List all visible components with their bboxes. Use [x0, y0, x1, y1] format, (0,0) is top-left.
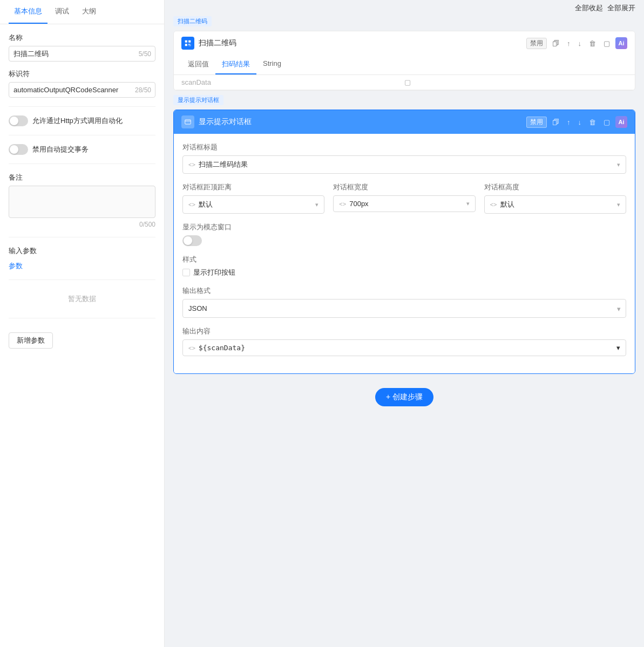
style-row: 样式 显示打印按钮: [182, 255, 626, 277]
tab-bar: 基本信息 调试 大纲: [0, 0, 164, 24]
output-format-row: 输出格式 JSON Text ▾: [182, 286, 626, 318]
chevron-down-icon-1: ▾: [617, 161, 620, 168]
right-content: 扫描二维码 扫描二维码 禁用 🗍 ↑ ↓ 🗑 ▢ Ai 返回值: [165, 16, 644, 647]
step2-ai-badge[interactable]: Ai: [615, 116, 627, 128]
divider-4: [9, 237, 155, 237]
width-select[interactable]: <> 700px ▾: [333, 195, 475, 212]
http-toggle[interactable]: [9, 115, 28, 126]
step1-tab-scan-result[interactable]: 扫码结果: [215, 55, 256, 74]
step2-file-btn[interactable]: 🗍: [550, 117, 561, 127]
output-format-select[interactable]: JSON Text: [182, 299, 626, 318]
divider-3: [9, 164, 155, 164]
tab-debug[interactable]: 调试: [50, 0, 74, 24]
step1-down-btn[interactable]: ↓: [576, 38, 584, 49]
param-title: 输入参数: [9, 246, 155, 256]
step1-title: 扫描二维码: [199, 38, 526, 48]
modal-row: 显示为模态窗口: [182, 222, 626, 246]
name-input[interactable]: [9, 46, 155, 62]
step2-up-btn[interactable]: ↑: [565, 117, 573, 127]
step2-card: 显示提示对话框 禁用 🗍 ↑ ↓ 🗑 ▢ Ai 对话框标题 <>: [173, 110, 635, 374]
print-btn-label: 显示打印按钮: [193, 268, 235, 277]
id-input-row: 28/50: [9, 82, 155, 98]
id-label: 标识符: [9, 69, 155, 79]
create-step-button[interactable]: + 创建步骤: [375, 388, 433, 406]
step1-tab-return[interactable]: 返回值: [181, 55, 215, 74]
output-content-value: ${scanData}: [199, 344, 616, 352]
output-content-field[interactable]: <> ${scanData} ▾: [182, 339, 626, 356]
svg-rect-0: [185, 40, 187, 43]
dimensions-row: 对话框距顶距离 <> 默认 ▾ 对话框宽度 <> 700px: [182, 182, 626, 214]
step2-header: 显示提示对话框 禁用 🗍 ↑ ↓ 🗑 ▢ Ai: [174, 110, 635, 134]
svg-rect-4: [191, 44, 191, 46]
dialog-title-label: 对话框标题: [182, 142, 626, 152]
tab-outline[interactable]: 大纲: [77, 0, 101, 24]
step2-down-btn[interactable]: ↓: [576, 117, 584, 127]
output-format-wrapper: JSON Text ▾: [182, 299, 626, 318]
print-btn-row: 显示打印按钮: [182, 268, 626, 277]
name-input-row: 5/50: [9, 46, 155, 62]
step2-title: 显示提示对话框: [199, 117, 526, 127]
left-content: 名称 5/50 标识符 28/50 允许通过Http方式调用自动化 禁用自动提交…: [0, 24, 164, 647]
step2-tag: 显示提示对话框: [173, 95, 223, 105]
chevron-down-icon-3: ▾: [466, 200, 470, 207]
top-distance-select[interactable]: <> 默认 ▾: [182, 195, 324, 214]
step1-header: 扫描二维码 禁用 🗍 ↑ ↓ 🗑 ▢ Ai: [174, 31, 635, 55]
output-format-label: 输出格式: [182, 286, 626, 296]
step1-copy-icon[interactable]: ▢: [404, 78, 627, 86]
step1-tag: 扫描二维码: [173, 16, 212, 26]
svg-rect-5: [188, 46, 191, 46]
divider-2: [9, 135, 155, 135]
step1-tab-bar: 返回值 扫码结果 String: [174, 55, 635, 75]
svg-rect-2: [185, 44, 187, 46]
note-counter: 0/500: [9, 221, 155, 228]
auto-submit-toggle[interactable]: [9, 144, 28, 155]
note-label: 备注: [9, 173, 155, 182]
dialog-title-value: 扫描二维码结果: [199, 160, 617, 169]
divider-5: [9, 280, 155, 280]
svg-rect-1: [188, 40, 191, 43]
height-label: 对话框高度: [484, 182, 626, 192]
output-content-row: 输出内容 <> ${scanData} ▾: [182, 326, 626, 356]
dialog-title-select[interactable]: <> 扫描二维码结果 ▾: [182, 155, 626, 174]
height-value: 默认: [500, 200, 617, 209]
code-icon-4: <>: [490, 201, 497, 208]
code-icon-1: <>: [188, 161, 195, 168]
print-btn-checkbox[interactable]: [182, 269, 190, 276]
height-col: 对话框高度 <> 默认 ▾: [484, 182, 626, 214]
step1-card: 扫描二维码 禁用 🗍 ↑ ↓ 🗑 ▢ Ai 返回值 扫码结果 String sc…: [173, 31, 635, 91]
step1-copy-btn[interactable]: ▢: [601, 38, 612, 49]
top-distance-label: 对话框距顶距离: [182, 182, 324, 192]
width-col: 对话框宽度 <> 700px ▾: [333, 182, 475, 214]
step2-disable-badge[interactable]: 禁用: [526, 117, 547, 128]
id-input[interactable]: [9, 82, 155, 98]
http-label: 允许通过Http方式调用自动化: [32, 116, 123, 126]
step1-tab-string[interactable]: String: [256, 55, 288, 74]
collapse-all-button[interactable]: 全部收起: [575, 3, 603, 13]
chevron-down-icon-6: ▾: [616, 344, 620, 352]
step1-disable-badge[interactable]: 禁用: [526, 38, 547, 49]
svg-rect-3: [188, 44, 189, 45]
chevron-down-icon-2: ▾: [315, 201, 318, 208]
chevron-down-icon-4: ▾: [617, 201, 620, 208]
right-panel: 全部收起 全部展开 扫描二维码 扫描二维码 禁用 🗍 ↑ ↓ 🗑 ▢ Ai: [165, 0, 644, 647]
add-param-button[interactable]: 新增参数: [9, 332, 53, 349]
divider-1: [9, 106, 155, 107]
tab-basic-info[interactable]: 基本信息: [9, 0, 48, 24]
dimensions-select-row: 对话框距顶距离 <> 默认 ▾ 对话框宽度 <> 700px: [182, 182, 626, 214]
step1-ai-badge[interactable]: Ai: [615, 37, 627, 49]
modal-toggle[interactable]: [182, 235, 202, 246]
expand-all-button[interactable]: 全部展开: [607, 3, 635, 13]
step2-icon: [181, 115, 194, 128]
note-textarea[interactable]: [9, 186, 155, 218]
step2-copy-btn[interactable]: ▢: [601, 117, 612, 127]
step1-file-btn[interactable]: 🗍: [550, 38, 561, 49]
modal-label: 显示为模态窗口: [182, 222, 626, 232]
width-label: 对话框宽度: [333, 182, 475, 192]
step1-delete-btn[interactable]: 🗑: [587, 38, 598, 49]
height-select[interactable]: <> 默认 ▾: [484, 195, 626, 214]
step1-up-btn[interactable]: ↑: [565, 38, 573, 49]
dialog-icon: [184, 118, 192, 126]
right-header: 全部收起 全部展开: [165, 0, 644, 16]
param-link[interactable]: 参数: [9, 262, 23, 270]
step2-delete-btn[interactable]: 🗑: [587, 117, 598, 127]
